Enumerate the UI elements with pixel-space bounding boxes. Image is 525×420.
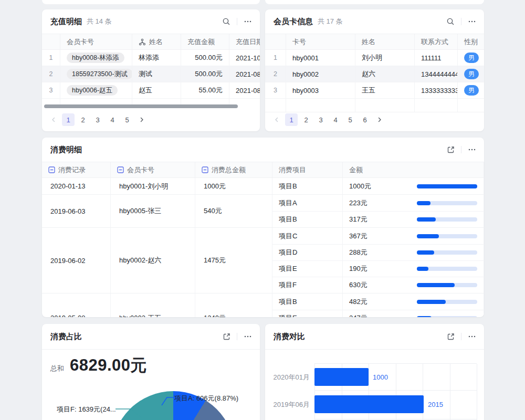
pagination-page-2[interactable]: 2 [77, 113, 89, 126]
consume-date-cell: 2019-06-03 [42, 195, 111, 227]
pagination-page-4[interactable]: 4 [329, 113, 342, 126]
search-icon[interactable] [445, 16, 456, 27]
more-menu-icon[interactable] [242, 331, 254, 342]
amount-cell: 482元 [343, 293, 484, 310]
pagination-page-3[interactable]: 3 [91, 113, 104, 126]
divider [237, 333, 237, 340]
consumption-item-row[interactable]: 项目C367元 [272, 228, 484, 244]
member-record-count: 共 17 条 [318, 17, 343, 26]
pagination-page-5[interactable]: 5 [344, 113, 356, 126]
consumption-item-row[interactable]: 项目D288元 [272, 244, 484, 260]
open-fullscreen-icon[interactable] [445, 331, 456, 342]
member-card-cell: hby0003-王五 [111, 293, 195, 317]
recharge-card-header: 充值明细 共 14 条 [42, 9, 260, 34]
column-header-index [42, 34, 60, 49]
column-header-联系方式[interactable]: 联系方式 [415, 34, 458, 49]
pagination-page-3[interactable]: 3 [314, 113, 327, 126]
column-header-姓名[interactable]: 姓名 [355, 34, 415, 49]
amount-bar-fill [417, 201, 430, 205]
amount-bar-track [417, 217, 477, 222]
column-header-消费记录[interactable]: 消费记录 [42, 162, 111, 177]
column-header-label: 性别 [464, 37, 478, 47]
row-index: 3 [42, 82, 60, 98]
consumption-items: 项目B482元项目E247元 [272, 293, 484, 317]
amount-value: 247元 [349, 313, 368, 317]
pie-total-label: 总和 [50, 364, 64, 373]
consumption-item-row[interactable]: 项目E190元 [272, 260, 484, 277]
member-card-actions [445, 9, 478, 34]
pagination-prev-icon[interactable] [270, 113, 283, 126]
consumption-item-row[interactable]: 项目B1000元 [272, 178, 484, 194]
table-row[interactable]: 3hby0006-赵五赵五55.00元2021-08 [42, 82, 260, 99]
amount-bar-fill [417, 217, 436, 222]
recharge-pagination: 12345 [47, 113, 148, 126]
amount-bar-track [417, 283, 477, 287]
consumption-items: 项目B1000元 [272, 178, 484, 194]
amount-value: 630元 [349, 280, 368, 290]
bar-2020年01月[interactable] [314, 368, 369, 386]
table-row[interactable]: 218559273500-测试测试500.00元2021-08 [42, 66, 260, 82]
column-header-卡号[interactable]: 卡号 [286, 34, 355, 49]
consumption-group-row[interactable]: 2020-01-13hby0001-刘小明1000元项目B1000元 [42, 178, 484, 195]
bar-2019年06月[interactable] [314, 395, 424, 413]
pagination-prev-icon[interactable] [47, 113, 60, 126]
consumption-group-row[interactable]: 2019-06-02hby0002-赵六1475元项目C367元项目D288元项… [42, 228, 484, 293]
more-menu-icon[interactable] [466, 144, 478, 155]
gridline [314, 390, 477, 391]
column-header-姓名[interactable]: 姓名 [132, 34, 181, 49]
search-icon[interactable] [220, 16, 232, 27]
collapse-group-icon[interactable] [202, 166, 208, 173]
project-cell: 项目C [272, 228, 343, 244]
member-card-info-card: 会员卡信息 共 17 条 卡号姓名联系方式性别1hby0001刘小明111111… [265, 9, 484, 131]
table-row[interactable]: 2hby0002赵六13444444444男 [265, 66, 484, 82]
amount-bar-track [417, 300, 477, 304]
amount-value: 367元 [349, 232, 368, 241]
more-menu-icon[interactable] [242, 16, 254, 27]
consumption-items: 项目A223元项目B317元 [272, 195, 484, 227]
more-menu-icon[interactable] [466, 16, 478, 27]
column-header-会员卡号[interactable]: 会员卡号 [60, 34, 132, 49]
column-header-充值日期[interactable]: 充值日期 [229, 34, 260, 49]
table-row[interactable]: 3hby0003王五13333333333男 [265, 82, 484, 99]
pagination-next-icon[interactable] [373, 113, 386, 126]
bar-card-actions [445, 324, 478, 349]
pagination-page-6[interactable]: 6 [359, 113, 371, 126]
pie-label-a: 项目A: 606元(8.87%) [174, 394, 238, 403]
more-menu-icon[interactable] [466, 331, 478, 342]
pagination-page-5[interactable]: 5 [121, 113, 133, 126]
column-header-index [265, 34, 286, 49]
bar-card-header: 消费对比 [265, 324, 484, 350]
open-fullscreen-icon[interactable] [445, 144, 456, 155]
collapse-group-icon[interactable] [117, 166, 124, 173]
gender-badge: 男 [458, 50, 484, 66]
recharge-amount-cell: 500.00元 [181, 50, 229, 66]
empty-cell [286, 99, 355, 112]
amount-bar-fill [417, 267, 428, 271]
pagination-page-1[interactable]: 1 [62, 113, 75, 126]
pagination-next-icon[interactable] [135, 113, 148, 126]
column-header-性别[interactable]: 性别 [458, 34, 484, 49]
consumption-item-row[interactable]: 项目F630元 [272, 277, 484, 293]
column-header-消费总金额[interactable]: 消费总金额 [195, 162, 272, 177]
consumption-group-row[interactable]: 2019-05-08hby0003-王五1240元项目B482元项目E247元 [42, 293, 484, 317]
column-header-消费项目[interactable]: 消费项目 [272, 162, 343, 177]
table-row[interactable]: 1hby0008-林添添林添添500.00元2021-10 [42, 50, 260, 66]
column-header-充值金额[interactable]: 充值金额 [181, 34, 229, 49]
consumption-group-row[interactable]: 2019-06-03hby0005-张三540元项目A223元项目B317元 [42, 195, 484, 228]
pagination-page-2[interactable]: 2 [300, 113, 312, 126]
horizontal-scrollbar-thumb[interactable] [44, 104, 238, 108]
open-fullscreen-icon[interactable] [220, 331, 232, 342]
consumption-item-row[interactable]: 项目B482元 [272, 293, 484, 310]
column-header-金额[interactable]: 金额 [343, 162, 484, 177]
consumption-item-row[interactable]: 项目E247元 [272, 310, 484, 317]
table-row[interactable]: 1hby0001刘小明111111男 [265, 50, 484, 66]
collapse-group-icon[interactable] [48, 166, 55, 173]
consumption-item-row[interactable]: 项目B317元 [272, 211, 484, 227]
project-cell: 项目B [272, 293, 343, 310]
column-header-会员卡号[interactable]: 会员卡号 [111, 162, 195, 177]
amount-bar-track [417, 250, 477, 255]
table-body: 1hby0001刘小明111111男2hby0002赵六13444444444男… [265, 50, 484, 99]
pagination-page-4[interactable]: 4 [106, 113, 119, 126]
pagination-page-1[interactable]: 1 [285, 113, 298, 126]
consumption-item-row[interactable]: 项目A223元 [272, 195, 484, 211]
